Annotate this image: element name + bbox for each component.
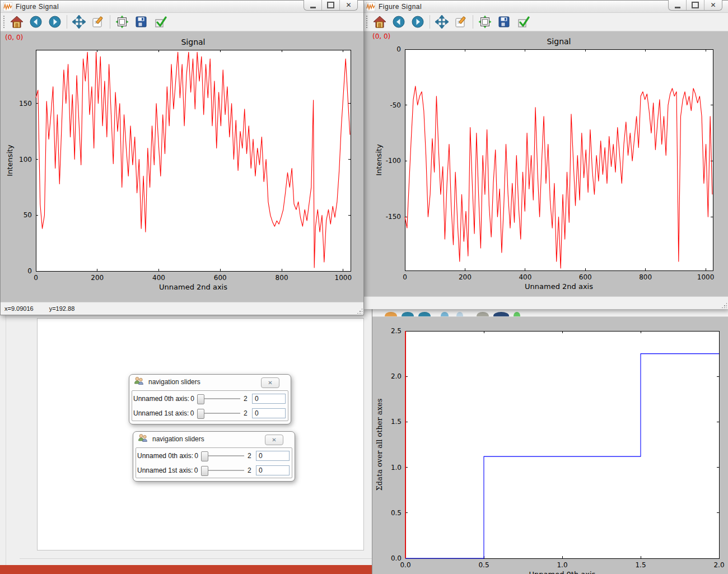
slider-max: 2 <box>242 395 249 403</box>
dialog-title: navigation sliders <box>152 435 204 443</box>
svg-text:0.5: 0.5 <box>391 509 402 517</box>
back-icon[interactable] <box>391 15 406 29</box>
toolbar-separator <box>67 15 67 29</box>
slider-handle[interactable] <box>201 451 208 461</box>
toolbar-separator <box>430 15 430 29</box>
signal-plot-left[interactable]: 02004006008001000050100150SignalUnnamed … <box>1 31 363 302</box>
figure-canvas-right[interactable]: (0, 0) 020040060080010000-50-100-150Sign… <box>363 31 728 296</box>
partial-save-icon <box>493 312 509 317</box>
svg-text:-150: -150 <box>386 213 401 221</box>
svg-text:0.0: 0.0 <box>400 561 410 569</box>
svg-text:0.0: 0.0 <box>391 554 402 562</box>
maximize-button[interactable] <box>322 0 340 10</box>
apply-checkmark-icon[interactable] <box>516 15 530 29</box>
forward-icon[interactable] <box>410 15 425 29</box>
toolbar-drag-handle[interactable] <box>3 15 5 29</box>
svg-text:2.5: 2.5 <box>391 327 402 335</box>
svg-text:-50: -50 <box>390 101 401 109</box>
dialog-close-button[interactable]: ✕ <box>261 377 279 388</box>
minimize-button[interactable] <box>669 0 687 10</box>
mpl-toolbar-left <box>1 13 363 31</box>
svg-text:100: 100 <box>19 156 32 164</box>
partial-toolbar-strip <box>372 308 728 317</box>
partial-back-icon <box>402 312 414 317</box>
toolbar-drag-handle[interactable] <box>366 15 368 29</box>
save-icon[interactable] <box>497 15 511 29</box>
axis-value-input[interactable] <box>252 408 286 418</box>
svg-text:Unnamed 2nd axis: Unnamed 2nd axis <box>525 282 593 291</box>
maximize-button[interactable] <box>687 0 704 10</box>
axis-slider[interactable] <box>200 465 245 475</box>
back-icon[interactable] <box>29 15 43 29</box>
slider-handle[interactable] <box>197 409 204 419</box>
axis-slider[interactable] <box>197 394 241 404</box>
axis-value-input[interactable] <box>256 465 290 475</box>
axis-slider[interactable] <box>197 408 241 418</box>
axis-label: Unnamed 1st axis: <box>137 466 193 474</box>
figure-canvas-bottom[interactable]: 0.00.51.01.52.00.00.51.01.52.02.5Unnamed… <box>372 317 728 574</box>
bottom-strip-divider <box>20 558 372 559</box>
left-gutter-divider <box>6 315 6 565</box>
figure-window-right: Figure Signal ✕ (0, 0) 02004006008001000… <box>363 0 728 309</box>
slider-max: 2 <box>246 452 253 460</box>
resize-grip[interactable] <box>357 308 362 314</box>
svg-text:2.0: 2.0 <box>713 561 724 569</box>
svg-text:0: 0 <box>403 273 407 281</box>
svg-text:Intensity: Intensity <box>375 144 383 176</box>
home-icon[interactable] <box>10 15 24 29</box>
sum-step-plot[interactable]: 0.00.51.01.52.00.00.51.01.52.02.5Unnamed… <box>372 317 728 574</box>
dialog-titlebar[interactable]: navigation sliders ✕ <box>129 375 291 389</box>
taskbar-accent-bar <box>0 565 372 574</box>
figure-canvas-left[interactable]: (0, 0) 02004006008001000050100150SignalU… <box>1 31 363 302</box>
axis-value-input[interactable] <box>256 451 290 461</box>
subplots-icon[interactable] <box>478 15 492 29</box>
customize-icon[interactable] <box>91 15 105 29</box>
pan-icon[interactable] <box>435 15 449 29</box>
apply-checkmark-icon[interactable] <box>153 15 167 29</box>
slider-row-1st-axis: Unnamed 1st axis: 0 2 <box>137 464 290 477</box>
subplots-icon[interactable] <box>115 15 129 29</box>
dialog-close-button[interactable]: ✕ <box>265 435 283 445</box>
axis-value-input[interactable] <box>252 394 286 404</box>
figure-window-bottom: 0.00.51.01.52.00.00.51.01.52.02.5Unnamed… <box>372 307 728 574</box>
users-icon <box>138 433 148 445</box>
toolbar-separator <box>110 15 110 29</box>
slider-min: 0 <box>193 452 199 460</box>
home-icon[interactable] <box>372 15 387 29</box>
matplotlib-logo-icon <box>3 2 12 11</box>
slider-handle[interactable] <box>197 394 204 404</box>
axis-label: Unnamed 1st axis: <box>133 409 189 417</box>
navigation-coords-annotation: (0, 0) <box>372 32 390 40</box>
svg-text:1000: 1000 <box>335 274 352 282</box>
pan-icon[interactable] <box>72 15 86 29</box>
customize-icon[interactable] <box>454 15 468 29</box>
svg-text:200: 200 <box>459 273 472 281</box>
svg-text:400: 400 <box>519 273 531 281</box>
dialog-title: navigation sliders <box>148 378 200 386</box>
svg-text:600: 600 <box>579 273 592 281</box>
status-x-value: x=9.09016 <box>4 305 34 312</box>
status-y-value: y=192.88 <box>49 305 75 312</box>
titlebar-left[interactable]: Figure Signal ✕ <box>1 1 363 13</box>
close-button[interactable]: ✕ <box>704 0 722 10</box>
mpl-toolbar-right <box>363 13 728 31</box>
svg-text:Unnamed 2nd axis: Unnamed 2nd axis <box>159 283 227 291</box>
slider-max: 2 <box>246 466 253 474</box>
slider-handle[interactable] <box>201 466 208 476</box>
axis-label: Unnamed 0th axis: <box>137 452 193 460</box>
save-icon[interactable] <box>134 15 148 29</box>
slider-row-1st-axis: Unnamed 1st axis: 0 2 <box>133 407 286 420</box>
axis-label: Unnamed 0th axis: <box>133 395 189 403</box>
slider-row-0th-axis: Unnamed 0th axis: 0 2 <box>137 449 290 463</box>
partial-apply-icon <box>514 312 520 317</box>
svg-text:0.5: 0.5 <box>478 561 489 569</box>
axis-slider[interactable] <box>200 451 245 461</box>
minimize-button[interactable] <box>304 0 322 10</box>
dialog-titlebar[interactable]: navigation sliders ✕ <box>133 432 295 446</box>
resize-grip[interactable] <box>721 302 727 308</box>
titlebar-right[interactable]: Figure Signal ✕ <box>363 1 728 13</box>
svg-text:1.0: 1.0 <box>391 464 402 472</box>
close-button[interactable]: ✕ <box>340 0 357 10</box>
signal-plot-right[interactable]: 020040060080010000-50-100-150SignalUnnam… <box>363 31 728 296</box>
forward-icon[interactable] <box>48 15 62 29</box>
